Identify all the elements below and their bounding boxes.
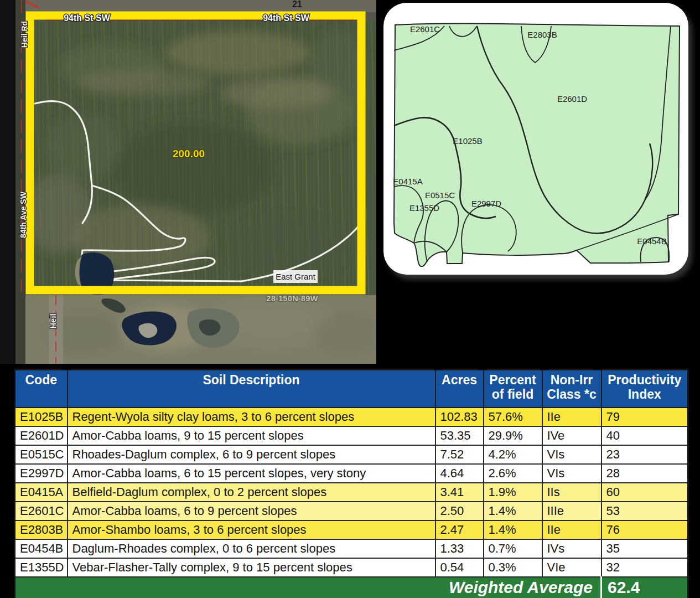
cell-pi: 79: [602, 408, 688, 426]
soil-label-e2601d: E2601D: [557, 94, 587, 104]
table-row: E2803B Amor-Shambo loams, 3 to 6 percent…: [15, 520, 688, 539]
cell-acres: 102.83: [435, 408, 484, 426]
table-row: E0515C Rhoades-Daglum complex, 6 to 9 pe…: [15, 445, 688, 464]
cell-pi: 40: [602, 426, 688, 445]
cell-code: E2601C: [15, 502, 68, 520]
soil-label-e2997d: E2997D: [471, 199, 501, 208]
header-acres: Acres: [435, 370, 484, 408]
cell-non-irr: IIs: [542, 483, 602, 502]
aerial-photo-map: 94th St SW 94th St SW 21 Heil Rd 84th Av…: [0, 0, 376, 364]
soil-label-e2601c: E2601C: [410, 24, 440, 34]
cell-acres: 3.41: [435, 483, 484, 502]
cell-acres: 53.35: [435, 426, 484, 445]
cell-code: E2803B: [15, 520, 68, 539]
page: 94th St SW 94th St SW 21 Heil Rd 84th Av…: [0, 0, 700, 598]
cell-pi: 23: [602, 445, 688, 464]
weighted-average-value: 62.4: [602, 577, 688, 598]
cell-non-irr: VIs: [542, 464, 602, 483]
header-percent-of-field: Percent of field: [484, 370, 542, 408]
road-label-84th-ave: 84th Ave SW: [19, 191, 28, 238]
cell-percent: 0.3%: [484, 558, 542, 577]
cell-non-irr: IVs: [542, 539, 602, 558]
east-grant-label: East Grant: [276, 272, 316, 281]
cell-code: E1025B: [15, 408, 68, 426]
cell-code: E1355D: [15, 558, 68, 577]
soil-map-panel: E2601C E2803B E2601D E1025B E0415A E0515…: [383, 3, 688, 275]
soils-table: Code Soil Description Acres Percent of f…: [14, 369, 687, 598]
cell-acres: 2.47: [435, 520, 484, 539]
table-row: E0454B Daglum-Rhoades complex, 0 to 6 pe…: [15, 539, 688, 558]
cell-acres: 1.33: [435, 539, 484, 558]
cell-description: Rhoades-Daglum complex, 6 to 9 percent s…: [68, 445, 435, 464]
township-label: 28-150N-89W: [266, 293, 318, 303]
cell-acres: 7.52: [435, 445, 484, 464]
cell-pi: 60: [602, 483, 688, 502]
photo-left-margin: [0, 0, 15, 364]
soil-label-e1355d: E1355D: [409, 203, 439, 213]
road-label-94th-left: 94th St SW: [64, 13, 110, 23]
cell-description: Amor-Cabba loams, 9 to 15 percent slopes: [68, 426, 435, 445]
table-row: E0415A Belfield-Daglum complex, 0 to 2 p…: [15, 483, 688, 502]
table-row: E1355D Vebar-Flasher-Tally complex, 9 to…: [15, 558, 688, 577]
cell-non-irr: IIe: [542, 520, 602, 539]
weighted-average-label: Weighted Average: [15, 577, 602, 598]
cell-description: Daglum-Rhoades complex, 0 to 6 percent s…: [68, 539, 435, 558]
cell-pi: 32: [602, 558, 688, 577]
soil-label-e0454b: E0454B: [637, 236, 666, 246]
cell-percent: 0.7%: [484, 539, 542, 558]
header-soil-description: Soil Description: [68, 370, 435, 408]
cell-code: E0454B: [15, 539, 68, 558]
cell-percent: 57.6%: [484, 408, 542, 426]
cell-non-irr: IIIe: [542, 502, 602, 520]
cell-code: E2601D: [15, 426, 68, 445]
cell-percent: 2.6%: [484, 464, 542, 483]
cell-description: Regent-Wyola silty clay loams, 3 to 6 pe…: [68, 408, 435, 426]
lower-terrain: [15, 295, 376, 364]
table-row: E2601C Amor-Cabba loams, 6 to 9 percent …: [15, 502, 688, 520]
top-road: [15, 0, 376, 12]
cell-pi: 35: [602, 539, 688, 558]
cell-non-irr: IVe: [542, 426, 602, 445]
road-label-94th-right: 94th St SW: [263, 13, 309, 23]
table-row: E1025B Regent-Wyola silty clay loams, 3 …: [15, 408, 688, 426]
cell-code: E2997D: [15, 464, 68, 483]
soil-label-e0415a: E0415A: [393, 177, 422, 186]
table-row: E2601D Amor-Cabba loams, 9 to 15 percent…: [15, 426, 688, 445]
area-acres-label: 200.00: [173, 148, 205, 159]
cell-percent: 29.9%: [484, 426, 542, 445]
table-row: E2997D Amor-Cabba loams, 6 to 15 percent…: [15, 464, 688, 483]
cell-non-irr: VIe: [542, 558, 602, 577]
cell-description: Amor-Cabba loams, 6 to 9 percent slopes: [68, 502, 435, 520]
cell-non-irr: IIe: [542, 408, 602, 426]
table-header-row: Code Soil Description Acres Percent of f…: [15, 370, 688, 408]
soil-label-e1025b: E1025B: [453, 136, 482, 146]
cell-pi: 28: [602, 464, 688, 483]
cell-description: Belfield-Daglum complex, 0 to 2 percent …: [68, 483, 435, 502]
cell-pi: 53: [602, 502, 688, 520]
section-number-label: 21: [292, 0, 302, 9]
road-label-heil: Heil: [48, 313, 58, 329]
cell-percent: 1.4%: [484, 502, 542, 520]
east-grant-chip: East Grant: [273, 270, 318, 283]
cell-acres: 0.54: [435, 558, 484, 577]
soil-label-e2803b: E2803B: [527, 30, 557, 39]
cell-code: E0415A: [15, 483, 68, 502]
cell-code: E0515C: [15, 445, 68, 464]
cell-pi: 76: [602, 520, 688, 539]
header-productivity-index: Productivity Index: [602, 370, 688, 408]
cell-acres: 2.50: [435, 502, 484, 520]
cell-non-irr: VIs: [542, 445, 602, 464]
header-code: Code: [15, 370, 68, 408]
header-non-irr-class: Non-Irr Class *c: [542, 370, 602, 408]
soil-map-outline: [394, 24, 680, 267]
cell-percent: 4.2%: [484, 445, 542, 464]
cell-description: Vebar-Flasher-Tally complex, 9 to 15 per…: [68, 558, 435, 577]
weighted-average-row: Weighted Average 62.4: [15, 577, 688, 598]
road-label-heil-rd: Heil Rd: [20, 21, 29, 48]
soil-label-e0515c: E0515C: [425, 190, 455, 200]
cell-description: Amor-Cabba loams, 6 to 15 percent slopes…: [68, 464, 435, 483]
cell-percent: 1.9%: [484, 483, 542, 502]
cell-description: Amor-Shambo loams, 3 to 6 percent slopes: [68, 520, 435, 539]
cell-percent: 1.4%: [484, 520, 542, 539]
cell-acres: 4.64: [435, 464, 484, 483]
